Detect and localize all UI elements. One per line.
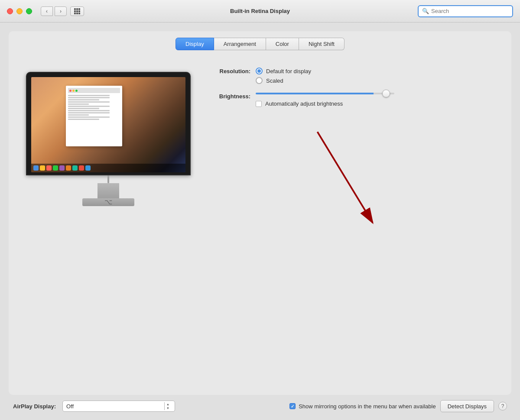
main-content: Display Arrangement Color Night Shift — [0, 23, 520, 420]
tabs-row: Display Arrangement Color Night Shift — [17, 38, 503, 50]
auto-brightness-label: Automatically adjust brightness — [265, 100, 343, 107]
radio-scaled[interactable]: Scaled — [256, 77, 311, 84]
search-input[interactable] — [431, 8, 509, 14]
nav-buttons: ‹ › — [41, 6, 67, 16]
auto-brightness-row: Automatically adjust brightness — [256, 100, 394, 107]
radio-default-display[interactable]: Default for display — [256, 68, 311, 74]
radio-scaled-label: Scaled — [266, 78, 283, 84]
brightness-slider-row — [256, 93, 394, 94]
tab-display[interactable]: Display — [176, 38, 214, 50]
auto-brightness-checkbox[interactable] — [256, 101, 262, 107]
maximize-button[interactable] — [26, 8, 32, 14]
resolution-controls: Default for display Scaled — [256, 68, 311, 84]
monitor-bottom-bezel — [107, 175, 109, 183]
bottom-bar: AirPlay Display: Off ▲ ▼ ✓ Show mirrorin… — [9, 395, 511, 416]
brightness-row: Brightness: Automatically adjust brightn… — [208, 93, 498, 107]
airplay-label: AirPlay Display: — [13, 403, 56, 410]
red-arrow-svg — [208, 116, 498, 246]
detect-displays-button[interactable]: Detect Displays — [440, 400, 494, 412]
apple-logo-icon: ⌥ — [82, 198, 134, 206]
minimize-button[interactable] — [16, 8, 23, 14]
annotation — [208, 116, 498, 246]
search-icon: 🔍 — [422, 8, 429, 14]
document-window — [66, 86, 122, 146]
mirroring-label: Show mirroring options in the menu bar w… — [299, 403, 436, 410]
brightness-label: Brightness: — [208, 93, 256, 100]
forward-button[interactable]: › — [55, 6, 67, 16]
monitor-stand-base: ⌥ — [82, 198, 134, 206]
grid-icon — [74, 8, 80, 14]
tab-night-shift[interactable]: Night Shift — [299, 38, 344, 50]
search-box[interactable]: 🔍 — [418, 5, 513, 17]
settings-panel: Resolution: Default for display Scaled — [208, 63, 498, 246]
mirroring-row: ✓ Show mirroring options in the menu bar… — [289, 403, 436, 410]
tab-arrangement[interactable]: Arrangement — [214, 38, 266, 50]
title-bar: ‹ › Built-in Retina Display 🔍 — [0, 0, 520, 23]
stepper-up-icon[interactable]: ▲ — [165, 402, 171, 406]
window-title: Built-in Retina Display — [230, 8, 290, 14]
monitor-bezel — [26, 72, 191, 175]
airplay-dropdown[interactable]: Off ▲ ▼ — [62, 401, 175, 412]
tab-panel: Display Arrangement Color Night Shift — [9, 31, 511, 395]
resolution-label: Resolution: — [208, 68, 256, 74]
monitor-stand-neck — [98, 183, 119, 198]
brightness-thumb[interactable] — [382, 90, 390, 97]
radio-default-inner — [257, 69, 261, 73]
traffic-lights — [7, 8, 32, 14]
resolution-row: Resolution: Default for display Scaled — [208, 68, 498, 84]
mirroring-checkbox[interactable]: ✓ — [289, 403, 296, 409]
monitor-illustration: ⌥ — [22, 63, 195, 215]
airplay-value: Off — [66, 403, 74, 410]
stepper-down-icon[interactable]: ▼ — [165, 406, 171, 410]
tab-color[interactable]: Color — [266, 38, 299, 50]
radio-default-circle[interactable] — [256, 68, 263, 74]
grid-view-button[interactable] — [70, 6, 84, 16]
radio-default-label: Default for display — [266, 68, 311, 74]
monitor-taskbar — [31, 164, 185, 172]
bottom-right-controls: ✓ Show mirroring options in the menu bar… — [289, 400, 507, 412]
brightness-slider[interactable] — [256, 93, 394, 94]
brightness-controls: Automatically adjust brightness — [256, 93, 394, 107]
svg-line-1 — [318, 132, 373, 223]
back-button[interactable]: ‹ — [41, 6, 53, 16]
display-area: ⌥ Resolution: Default for display — [17, 59, 503, 388]
airplay-stepper[interactable]: ▲ ▼ — [164, 402, 171, 410]
radio-scaled-circle[interactable] — [256, 77, 263, 84]
close-button[interactable] — [7, 8, 13, 14]
checkmark-icon: ✓ — [291, 404, 294, 409]
help-button[interactable]: ? — [498, 402, 507, 410]
monitor-graphic: ⌥ — [26, 72, 191, 206]
monitor-screen — [31, 77, 185, 172]
